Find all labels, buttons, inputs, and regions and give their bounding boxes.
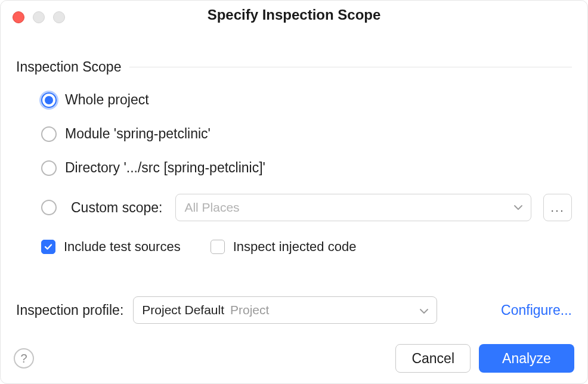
radio-label: Module 'spring-petclinic' <box>65 126 211 142</box>
include-tests-label: Include test sources <box>64 239 181 255</box>
include-tests-checkbox[interactable] <box>41 240 55 254</box>
inspect-injected-checkbox[interactable] <box>211 240 225 254</box>
profile-suffix: Project <box>230 303 269 317</box>
select-value: All Places <box>184 200 239 215</box>
radio-icon <box>41 126 57 142</box>
radio-label: Directory '.../src [spring-petclinic]' <box>65 160 265 176</box>
dialog-footer: ? Cancel Analyze <box>1 344 587 373</box>
maximize-window-button[interactable] <box>53 11 65 23</box>
configure-link[interactable]: Configure... <box>501 302 572 318</box>
section-label: Inspection Scope <box>16 59 121 75</box>
window-controls <box>13 11 65 23</box>
dialog-title: Specify Inspection Scope <box>208 7 381 23</box>
radio-icon <box>41 92 57 108</box>
title-bar: Specify Inspection Scope <box>1 1 587 29</box>
section-header: Inspection Scope <box>16 59 572 75</box>
radio-label: Custom scope: <box>71 200 162 216</box>
options-row: Include test sources Inspect injected co… <box>41 239 572 255</box>
analyze-label: Analyze <box>502 351 551 367</box>
radio-icon <box>41 160 57 176</box>
cancel-label: Cancel <box>411 351 454 367</box>
inspect-injected-label: Inspect injected code <box>233 239 357 255</box>
inspection-profile-select[interactable]: Project Default Project <box>133 296 437 324</box>
chevron-down-icon <box>420 303 428 317</box>
help-button[interactable]: ? <box>14 348 34 368</box>
scope-option-whole[interactable]: Whole project <box>41 92 572 108</box>
radio-icon <box>41 200 57 215</box>
ellipsis-icon: ... <box>550 200 565 215</box>
inspection-profile-label: Inspection profile: <box>16 302 123 318</box>
close-window-button[interactable] <box>13 11 24 23</box>
chevron-down-icon <box>514 202 522 213</box>
dialog-content: Inspection Scope Whole project Module 's… <box>1 29 587 324</box>
inspection-profile-row: Inspection profile: Project Default Proj… <box>16 296 572 324</box>
scope-radio-group: Whole project Module 'spring-petclinic' … <box>16 92 572 255</box>
analyze-button[interactable]: Analyze <box>479 344 574 373</box>
profile-value: Project Default <box>142 303 224 317</box>
minimize-window-button[interactable] <box>33 11 45 23</box>
section-rule <box>129 67 572 67</box>
custom-scope-browse-button[interactable]: ... <box>543 194 572 221</box>
scope-option-directory[interactable]: Directory '.../src [spring-petclinic]' <box>41 160 572 176</box>
scope-option-module[interactable]: Module 'spring-petclinic' <box>41 126 572 142</box>
help-icon: ? <box>20 352 27 366</box>
custom-scope-select[interactable]: All Places <box>175 194 531 221</box>
cancel-button[interactable]: Cancel <box>395 344 471 373</box>
scope-option-custom[interactable]: Custom scope: All Places ... <box>41 194 572 221</box>
radio-label: Whole project <box>65 92 149 108</box>
